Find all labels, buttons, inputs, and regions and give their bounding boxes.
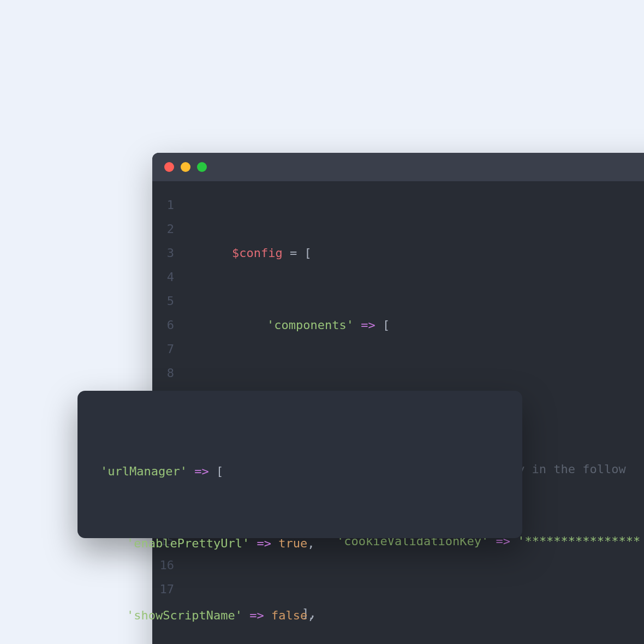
token-string: 'showScriptName' <box>127 609 242 622</box>
code-line[interactable]: 'components' => [ <box>184 313 644 337</box>
line-number: 7 <box>167 342 174 356</box>
line-number: 3 <box>167 246 174 260</box>
token-arrow: => <box>249 536 278 550</box>
token-arrow: => <box>242 609 271 622</box>
maximize-icon[interactable] <box>197 162 207 172</box>
token-operator: = <box>283 246 305 260</box>
line-number: 6 <box>167 318 174 332</box>
token-string: 'components' <box>267 318 354 332</box>
line-number: 2 <box>167 222 174 236</box>
token-string: '**************** <box>517 534 640 548</box>
line-number: 5 <box>167 294 174 308</box>
token-arrow: => <box>354 318 383 332</box>
window-titlebar <box>152 153 644 181</box>
line-number: 1 <box>167 198 174 212</box>
snippet-line: 'enablePrettyUrl' => true, <box>100 532 499 556</box>
token-string: 'enablePrettyUrl' <box>127 536 249 550</box>
code-line[interactable]: $config = [ <box>184 241 644 265</box>
token-string: 'urlManager' <box>100 464 187 478</box>
snippet-line: 'showScriptName' => false, <box>100 604 499 628</box>
snippet-line: 'urlManager' => [ <box>100 460 499 484</box>
minimize-icon[interactable] <box>181 162 190 172</box>
token-variable: $config <box>232 246 283 260</box>
token-bracket: [ <box>304 246 311 260</box>
line-number: 4 <box>167 270 174 284</box>
code-snippet-popup: 'urlManager' => [ 'enablePrettyUrl' => t… <box>77 391 522 538</box>
token-arrow: => <box>187 464 216 478</box>
token-comma: , <box>307 536 314 550</box>
close-icon[interactable] <box>164 162 174 172</box>
token-bool: true <box>278 536 307 550</box>
token-bracket: [ <box>216 464 223 478</box>
token-comma: , <box>307 609 314 622</box>
line-number: 8 <box>167 366 174 380</box>
token-bracket: [ <box>383 318 390 332</box>
token-bool: false <box>271 609 307 622</box>
